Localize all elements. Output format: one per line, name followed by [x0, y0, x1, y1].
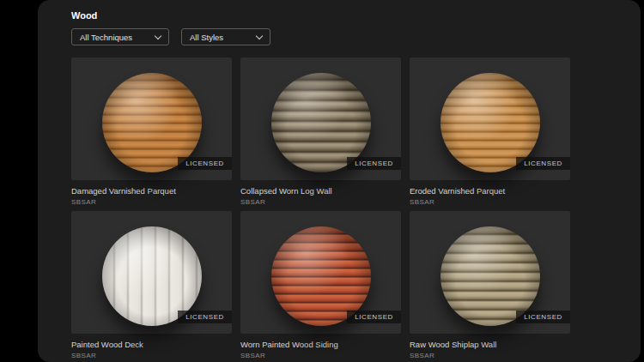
- licensed-badge: LICENSED: [178, 311, 232, 323]
- category-title: Wood: [71, 10, 641, 21]
- material-card[interactable]: LICENSED Collapsed Worn Log Wall SBSAR: [240, 57, 401, 206]
- material-thumbnail[interactable]: LICENSED: [240, 211, 401, 334]
- licensed-badge: LICENSED: [347, 311, 401, 323]
- material-format: SBSAR: [240, 352, 401, 359]
- materials-grid: LICENSED Damaged Varnished Parquet SBSAR…: [71, 57, 641, 359]
- techniques-filter-label: All Techniques: [80, 33, 132, 42]
- licensed-badge: LICENSED: [516, 157, 570, 170]
- chevron-down-icon: [155, 32, 161, 39]
- material-card[interactable]: LICENSED Raw Wood Shiplap Wall SBSAR: [410, 211, 570, 359]
- material-thumbnail[interactable]: LICENSED: [71, 57, 232, 180]
- material-format: SBSAR: [71, 352, 232, 359]
- material-name: Collapsed Worn Log Wall: [240, 186, 401, 196]
- material-thumbnail[interactable]: LICENSED: [410, 211, 570, 334]
- material-format: SBSAR: [240, 198, 401, 206]
- licensed-badge: LICENSED: [178, 157, 232, 170]
- material-name: Painted Wood Deck: [71, 340, 232, 349]
- material-name: Raw Wood Shiplap Wall: [410, 340, 570, 349]
- chevron-down-icon: [256, 32, 263, 39]
- material-format: SBSAR: [71, 198, 232, 206]
- material-format: SBSAR: [410, 352, 570, 359]
- filter-bar: All Techniques All Styles: [71, 28, 641, 45]
- material-card[interactable]: LICENSED Worn Painted Wood Siding SBSAR: [240, 211, 401, 359]
- material-thumbnail[interactable]: LICENSED: [71, 211, 232, 334]
- styles-filter-dropdown[interactable]: All Styles: [181, 28, 270, 45]
- licensed-badge: LICENSED: [516, 311, 570, 323]
- material-name: Eroded Varnished Parquet: [410, 186, 570, 196]
- material-thumbnail[interactable]: LICENSED: [410, 57, 570, 180]
- material-card[interactable]: LICENSED Damaged Varnished Parquet SBSAR: [71, 57, 232, 206]
- material-thumbnail[interactable]: LICENSED: [240, 57, 401, 180]
- material-card[interactable]: LICENSED Painted Wood Deck SBSAR: [71, 211, 232, 359]
- assets-panel: Wood All Techniques All Styles LICENSED …: [38, 0, 641, 362]
- material-card[interactable]: LICENSED Eroded Varnished Parquet SBSAR: [410, 57, 570, 206]
- material-name: Damaged Varnished Parquet: [71, 186, 232, 196]
- material-name: Worn Painted Wood Siding: [240, 340, 401, 349]
- licensed-badge: LICENSED: [347, 157, 401, 170]
- material-format: SBSAR: [410, 198, 570, 206]
- techniques-filter-dropdown[interactable]: All Techniques: [71, 28, 169, 45]
- styles-filter-label: All Styles: [190, 33, 223, 42]
